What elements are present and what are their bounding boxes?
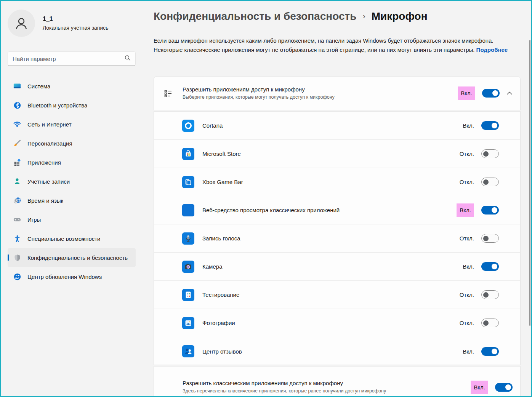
app-state-label: Откл. xyxy=(460,235,474,242)
app-toggle-web-viewer[interactable] xyxy=(481,206,499,215)
voice-recorder-icon xyxy=(182,232,194,245)
scrollbar[interactable] xyxy=(529,40,530,326)
sidebar-item-network-internet[interactable]: Сеть и Интернет xyxy=(8,115,136,134)
sidebar-item-accessibility[interactable]: Специальные возможности xyxy=(8,229,136,248)
person-icon xyxy=(14,16,29,30)
learn-more-link[interactable]: Подробнее xyxy=(476,46,508,53)
classic-apps-toggle[interactable] xyxy=(495,383,513,392)
main-content: Конфиденциальность и безопасность › Микр… xyxy=(154,1,531,396)
search-icon[interactable] xyxy=(125,55,131,62)
page-description: Если ваш микрофон используется каким-либ… xyxy=(154,36,516,54)
toggle-knob xyxy=(483,236,489,241)
allow-classic-apps-mic-access-row: Разрешить классическим приложениям досту… xyxy=(154,366,521,397)
app-state-label: Откл. xyxy=(460,291,474,298)
app-row-cortana: Cortana Вкл. xyxy=(154,112,520,140)
app-row-feedback-hub: Центр отзывов Вкл. xyxy=(154,337,520,365)
page-title: Микрофон xyxy=(372,10,428,22)
app-row-web-viewer: Веб-средство просмотра классических прил… xyxy=(154,196,520,224)
breadcrumb-privacy-security[interactable]: Конфиденциальность и безопасность xyxy=(154,10,356,22)
privacy-shield-icon xyxy=(13,253,21,262)
toggle-knob xyxy=(492,207,497,213)
app-state-label: Вкл. xyxy=(463,263,474,270)
sidebar-item-label: Время и язык xyxy=(27,197,63,204)
app-row-microsoft-store: Microsoft Store Откл. xyxy=(154,140,520,168)
app-state-label: Вкл. xyxy=(463,122,474,129)
sidebar-item-system[interactable]: Система xyxy=(8,77,136,96)
toggle-knob xyxy=(483,292,489,298)
app-name: Центр отзывов xyxy=(202,348,242,355)
sidebar-item-label: Учетные записи xyxy=(27,178,70,185)
breadcrumb: Конфиденциальность и безопасность › Микр… xyxy=(154,10,428,22)
search-box[interactable] xyxy=(8,51,136,66)
sidebar-item-personalization[interactable]: Персонализация xyxy=(8,134,136,153)
toggle-knob xyxy=(483,151,489,157)
sidebar-item-label: Игры xyxy=(27,216,41,223)
allow-apps-title: Разрешить приложениям доступ к микрофону xyxy=(183,86,335,93)
app-state-label: Откл. xyxy=(460,150,474,157)
breadcrumb-separator: › xyxy=(362,11,365,21)
app-name: Cortana xyxy=(202,122,223,129)
app-name: Фотографии xyxy=(202,320,235,326)
sidebar-item-privacy-security[interactable]: Конфиденциальность и безопасность xyxy=(8,248,136,267)
allow-apps-toggle[interactable] xyxy=(482,89,500,98)
personalization-icon xyxy=(13,139,21,147)
app-toggle-feedback-hub[interactable] xyxy=(481,347,499,356)
app-name: Тестирование xyxy=(202,291,239,298)
gaming-icon xyxy=(13,215,21,224)
app-name: Камера xyxy=(202,263,222,270)
toggle-knob xyxy=(505,384,511,390)
bluetooth-icon xyxy=(13,101,21,109)
app-state-label: Вкл. xyxy=(463,348,474,355)
apps-icon xyxy=(13,158,21,166)
app-row-testing: Тестирование Откл. xyxy=(154,281,520,309)
sidebar-item-windows-update[interactable]: Центр обновления Windows xyxy=(8,267,136,286)
camera-icon xyxy=(182,261,194,273)
toggle-knob xyxy=(492,264,497,269)
app-toggle-photos[interactable] xyxy=(481,319,499,327)
cortana-icon xyxy=(182,120,194,132)
account-section[interactable]: 1_1 Локальная учетная запись xyxy=(8,10,109,37)
sidebar-item-accounts[interactable]: Учетные записи xyxy=(8,172,136,191)
app-state-label: Откл. xyxy=(460,179,474,185)
testing-icon xyxy=(182,289,194,301)
sidebar-item-time-language[interactable]: Время и язык xyxy=(8,191,136,210)
desktop-app-web-viewer-icon xyxy=(182,204,194,216)
toggle-knob xyxy=(492,123,497,128)
allow-apps-mic-access-row: Разрешить приложениям доступ к микрофону… xyxy=(154,76,521,110)
app-toggle-cortana[interactable] xyxy=(481,121,499,130)
app-row-camera: Камера Вкл. xyxy=(154,253,520,281)
sidebar-item-label: Конфиденциальность и безопасность xyxy=(27,255,128,261)
chevron-up-icon[interactable] xyxy=(506,90,513,96)
app-state-label: Откл. xyxy=(460,320,474,326)
search-input[interactable] xyxy=(13,56,125,62)
app-toggle-voice-recorder[interactable] xyxy=(481,234,499,243)
classic-apps-state-label: Вкл. xyxy=(471,381,488,394)
system-icon xyxy=(13,82,21,90)
photos-icon xyxy=(182,317,194,329)
settings-sidebar: 1_1 Локальная учетная запись Система xyxy=(1,1,148,396)
allow-apps-state-label: Вкл. xyxy=(458,86,475,100)
accessibility-icon xyxy=(13,234,21,243)
sidebar-item-bluetooth-devices[interactable]: Bluetooth и устройства xyxy=(8,96,136,115)
sidebar-item-label: Персонализация xyxy=(27,140,72,147)
app-toggle-camera[interactable] xyxy=(481,262,499,271)
app-name: Xbox Game Bar xyxy=(202,179,243,185)
app-name: Веб-средство просмотра классических прил… xyxy=(202,207,340,213)
apps-list-icon xyxy=(163,89,173,98)
app-name: Microsoft Store xyxy=(202,150,241,157)
toggle-knob xyxy=(483,179,489,185)
app-toggle-testing[interactable] xyxy=(481,290,499,299)
network-icon xyxy=(13,120,21,128)
app-toggle-microsoft-store[interactable] xyxy=(481,149,499,158)
sidebar-item-gaming[interactable]: Игры xyxy=(8,210,136,229)
app-toggle-xbox-game-bar[interactable] xyxy=(481,178,499,186)
toggle-knob xyxy=(483,320,489,326)
sidebar-item-apps[interactable]: Приложения xyxy=(8,153,136,172)
windows-update-icon xyxy=(13,272,21,281)
toggle-knob xyxy=(492,90,498,96)
sidebar-item-label: Специальные возможности xyxy=(27,235,101,242)
app-name: Запись голоса xyxy=(202,235,240,242)
accounts-icon xyxy=(13,177,21,186)
xbox-game-bar-icon xyxy=(182,176,194,188)
app-state-label: Вкл. xyxy=(457,203,474,217)
